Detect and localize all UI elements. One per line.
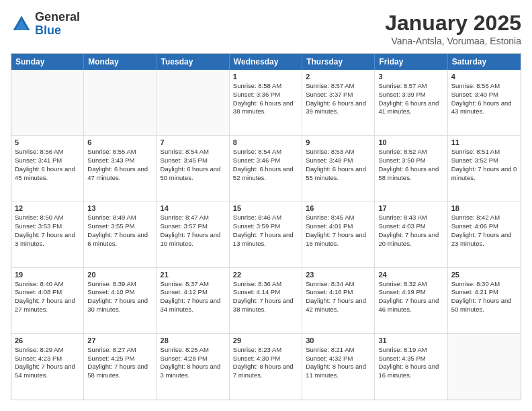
calendar-cell: 9Sunrise: 8:53 AM Sunset: 3:48 PM Daylig… xyxy=(302,136,375,201)
logo-text: General Blue xyxy=(35,11,80,38)
calendar-cell: 3Sunrise: 8:57 AM Sunset: 3:39 PM Daylig… xyxy=(375,70,447,135)
day-number: 8 xyxy=(233,138,298,146)
calendar-cell: 11Sunrise: 8:51 AM Sunset: 3:52 PM Dayli… xyxy=(448,136,521,201)
cell-info: Sunrise: 8:42 AM Sunset: 4:06 PM Dayligh… xyxy=(451,214,517,248)
logo-general-text: General xyxy=(35,11,80,24)
cell-info: Sunrise: 8:29 AM Sunset: 4:23 PM Dayligh… xyxy=(15,346,80,380)
calendar-cell: 7Sunrise: 8:54 AM Sunset: 3:45 PM Daylig… xyxy=(157,136,230,201)
calendar-cell: 29Sunrise: 8:23 AM Sunset: 4:30 PM Dayli… xyxy=(230,334,302,400)
cell-info: Sunrise: 8:40 AM Sunset: 4:08 PM Dayligh… xyxy=(15,280,80,314)
calendar-cell: 1Sunrise: 8:58 AM Sunset: 3:36 PM Daylig… xyxy=(230,70,302,135)
calendar-cell: 6Sunrise: 8:55 AM Sunset: 3:43 PM Daylig… xyxy=(84,136,157,201)
calendar-cell: 23Sunrise: 8:34 AM Sunset: 4:16 PM Dayli… xyxy=(302,268,375,333)
calendar-cell: 22Sunrise: 8:36 AM Sunset: 4:14 PM Dayli… xyxy=(230,268,302,333)
calendar-cell: 10Sunrise: 8:52 AM Sunset: 3:50 PM Dayli… xyxy=(375,136,447,201)
cell-info: Sunrise: 8:57 AM Sunset: 3:37 PM Dayligh… xyxy=(306,82,371,116)
calendar-row-2: 5Sunrise: 8:56 AM Sunset: 3:41 PM Daylig… xyxy=(11,136,521,201)
day-number: 18 xyxy=(451,204,517,212)
calendar-cell: 24Sunrise: 8:32 AM Sunset: 4:19 PM Dayli… xyxy=(375,268,447,333)
day-number: 21 xyxy=(161,271,226,279)
calendar-cell: 4Sunrise: 8:56 AM Sunset: 3:40 PM Daylig… xyxy=(448,70,521,135)
day-number: 14 xyxy=(161,204,226,212)
cell-info: Sunrise: 8:32 AM Sunset: 4:19 PM Dayligh… xyxy=(378,280,443,314)
calendar-cell: 27Sunrise: 8:27 AM Sunset: 4:25 PM Dayli… xyxy=(84,334,157,400)
calendar-cell: 21Sunrise: 8:37 AM Sunset: 4:12 PM Dayli… xyxy=(157,268,230,333)
cell-info: Sunrise: 8:49 AM Sunset: 3:55 PM Dayligh… xyxy=(87,214,152,248)
day-number: 26 xyxy=(15,336,80,345)
weekday-header-tuesday: Tuesday xyxy=(157,54,230,70)
calendar-cell: 12Sunrise: 8:50 AM Sunset: 3:53 PM Dayli… xyxy=(11,201,84,267)
calendar-cell: 28Sunrise: 8:25 AM Sunset: 4:28 PM Dayli… xyxy=(157,334,230,400)
weekday-header-monday: Monday xyxy=(84,54,157,70)
month-title: January 2025 xyxy=(385,11,521,36)
cell-info: Sunrise: 8:21 AM Sunset: 4:32 PM Dayligh… xyxy=(306,346,371,380)
calendar-cell: 8Sunrise: 8:54 AM Sunset: 3:46 PM Daylig… xyxy=(230,136,302,201)
cell-info: Sunrise: 8:54 AM Sunset: 3:45 PM Dayligh… xyxy=(161,148,226,182)
cell-info: Sunrise: 8:53 AM Sunset: 3:48 PM Dayligh… xyxy=(306,148,371,182)
cell-info: Sunrise: 8:19 AM Sunset: 4:35 PM Dayligh… xyxy=(378,346,443,380)
day-number: 19 xyxy=(15,271,80,279)
cell-info: Sunrise: 8:46 AM Sunset: 3:59 PM Dayligh… xyxy=(233,214,298,248)
cell-info: Sunrise: 8:58 AM Sunset: 3:36 PM Dayligh… xyxy=(233,82,298,116)
calendar-cell xyxy=(157,70,230,135)
weekday-header-wednesday: Wednesday xyxy=(230,54,302,70)
day-number: 2 xyxy=(306,73,371,81)
calendar-cell: 18Sunrise: 8:42 AM Sunset: 4:06 PM Dayli… xyxy=(448,201,521,267)
calendar-row-4: 19Sunrise: 8:40 AM Sunset: 4:08 PM Dayli… xyxy=(11,268,521,334)
cell-info: Sunrise: 8:37 AM Sunset: 4:12 PM Dayligh… xyxy=(161,280,226,314)
day-number: 28 xyxy=(161,336,226,345)
day-number: 5 xyxy=(15,138,80,146)
calendar-cell: 13Sunrise: 8:49 AM Sunset: 3:55 PM Dayli… xyxy=(84,201,157,267)
calendar: SundayMondayTuesdayWednesdayThursdayFrid… xyxy=(11,53,521,400)
calendar-row-1: 1Sunrise: 8:58 AM Sunset: 3:36 PM Daylig… xyxy=(11,70,521,136)
cell-info: Sunrise: 8:45 AM Sunset: 4:01 PM Dayligh… xyxy=(306,214,371,248)
day-number: 12 xyxy=(15,204,80,212)
day-number: 20 xyxy=(87,271,152,279)
day-number: 10 xyxy=(378,138,443,146)
cell-info: Sunrise: 8:25 AM Sunset: 4:28 PM Dayligh… xyxy=(161,346,226,380)
weekday-header-saturday: Saturday xyxy=(448,54,521,70)
cell-info: Sunrise: 8:43 AM Sunset: 4:03 PM Dayligh… xyxy=(378,214,443,248)
day-number: 27 xyxy=(87,336,152,345)
cell-info: Sunrise: 8:55 AM Sunset: 3:43 PM Dayligh… xyxy=(87,148,152,182)
day-number: 3 xyxy=(378,73,443,81)
logo-blue-text: Blue xyxy=(35,24,80,38)
day-number: 13 xyxy=(87,204,152,212)
day-number: 17 xyxy=(378,204,443,212)
weekday-header-friday: Friday xyxy=(375,54,447,70)
day-number: 15 xyxy=(233,204,298,212)
cell-info: Sunrise: 8:50 AM Sunset: 3:53 PM Dayligh… xyxy=(15,214,80,248)
cell-info: Sunrise: 8:56 AM Sunset: 3:41 PM Dayligh… xyxy=(15,148,80,182)
day-number: 25 xyxy=(451,271,517,279)
calendar-cell: 15Sunrise: 8:46 AM Sunset: 3:59 PM Dayli… xyxy=(230,201,302,267)
calendar-cell: 5Sunrise: 8:56 AM Sunset: 3:41 PM Daylig… xyxy=(11,136,84,201)
calendar-cell xyxy=(11,70,84,135)
cell-info: Sunrise: 8:30 AM Sunset: 4:21 PM Dayligh… xyxy=(451,280,517,314)
day-number: 29 xyxy=(233,336,298,345)
calendar-cell: 2Sunrise: 8:57 AM Sunset: 3:37 PM Daylig… xyxy=(302,70,375,135)
cell-info: Sunrise: 8:51 AM Sunset: 3:52 PM Dayligh… xyxy=(451,148,517,182)
day-number: 16 xyxy=(306,204,371,212)
cell-info: Sunrise: 8:56 AM Sunset: 3:40 PM Dayligh… xyxy=(451,82,517,116)
calendar-header: SundayMondayTuesdayWednesdayThursdayFrid… xyxy=(11,54,521,70)
calendar-row-3: 12Sunrise: 8:50 AM Sunset: 3:53 PM Dayli… xyxy=(11,201,521,267)
logo: General Blue xyxy=(11,11,80,38)
calendar-cell: 14Sunrise: 8:47 AM Sunset: 3:57 PM Dayli… xyxy=(157,201,230,267)
day-number: 9 xyxy=(306,138,371,146)
calendar-cell xyxy=(84,70,157,135)
cell-info: Sunrise: 8:47 AM Sunset: 3:57 PM Dayligh… xyxy=(161,214,226,248)
calendar-cell: 17Sunrise: 8:43 AM Sunset: 4:03 PM Dayli… xyxy=(375,201,447,267)
page: General Blue January 2025 Vana-Antsla, V… xyxy=(0,0,532,411)
cell-info: Sunrise: 8:23 AM Sunset: 4:30 PM Dayligh… xyxy=(233,346,298,380)
day-number: 23 xyxy=(306,271,371,279)
header: General Blue January 2025 Vana-Antsla, V… xyxy=(11,11,521,46)
day-number: 4 xyxy=(451,73,517,81)
cell-info: Sunrise: 8:27 AM Sunset: 4:25 PM Dayligh… xyxy=(87,346,152,380)
calendar-row-5: 26Sunrise: 8:29 AM Sunset: 4:23 PM Dayli… xyxy=(11,334,521,400)
calendar-body: 1Sunrise: 8:58 AM Sunset: 3:36 PM Daylig… xyxy=(11,70,521,400)
cell-info: Sunrise: 8:34 AM Sunset: 4:16 PM Dayligh… xyxy=(306,280,371,314)
day-number: 7 xyxy=(161,138,226,146)
logo-icon xyxy=(11,13,32,35)
day-number: 11 xyxy=(451,138,517,146)
calendar-cell xyxy=(448,334,521,400)
